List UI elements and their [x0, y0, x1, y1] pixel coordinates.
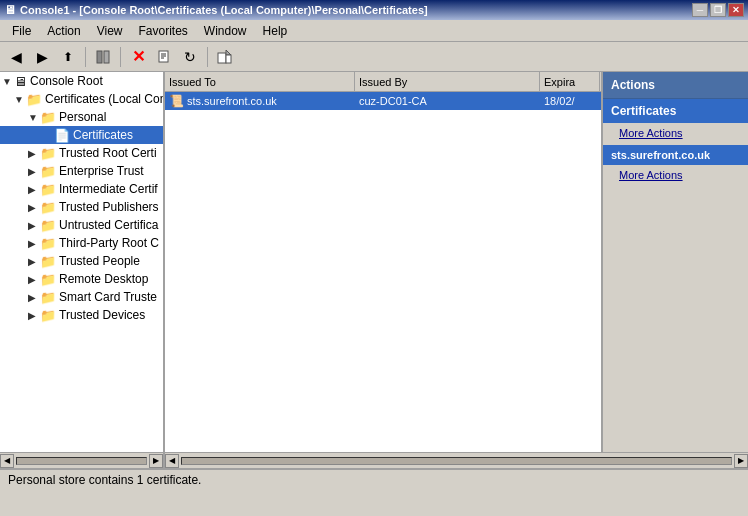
tree-label: Intermediate Certif: [59, 182, 158, 196]
delete-button[interactable]: ✕: [126, 46, 150, 68]
tree-item-third-party[interactable]: ▶ 📁 Third-Party Root C: [0, 234, 163, 252]
list-body: 📜 sts.surefront.co.uk cuz-DC01-CA 18/02/: [165, 92, 601, 452]
more-actions-certificates[interactable]: More Actions: [603, 123, 748, 143]
menu-action[interactable]: Action: [39, 22, 88, 40]
expand-icon: ▶: [28, 148, 40, 159]
tree-item-personal[interactable]: ▼ 📁 Personal: [0, 108, 163, 126]
tree-item-trusted-root[interactable]: ▶ 📁 Trusted Root Certi: [0, 144, 163, 162]
menu-window[interactable]: Window: [196, 22, 255, 40]
tree-item-console-root[interactable]: ▼ 🖥 Console Root: [0, 72, 163, 90]
title-bar: 🖥 Console1 - [Console Root\Certificates …: [0, 0, 748, 20]
menu-bar: File Action View Favorites Window Help: [0, 20, 748, 42]
up-button[interactable]: ⬆: [56, 46, 80, 68]
more-actions-sts[interactable]: More Actions: [603, 165, 748, 185]
cell-issued-by: cuz-DC01-CA: [355, 95, 540, 107]
col-header-issued-by[interactable]: Issued By: [355, 72, 540, 91]
show-hide-button[interactable]: [91, 46, 115, 68]
export-icon: [217, 49, 233, 65]
tree-label: Certificates: [73, 128, 133, 142]
menu-help[interactable]: Help: [255, 22, 296, 40]
status-bar: Personal store contains 1 certificate.: [0, 468, 748, 490]
tree-label: Trusted People: [59, 254, 140, 268]
tree-label: Console Root: [30, 74, 103, 88]
folder-icon: 📁: [26, 92, 42, 107]
menu-view[interactable]: View: [89, 22, 131, 40]
col-header-issued-to-label: Issued To: [169, 76, 216, 88]
tree-item-smart-card[interactable]: ▶ 📁 Smart Card Truste: [0, 288, 163, 306]
tree-label: Third-Party Root C: [59, 236, 159, 250]
folder-icon: 📁: [40, 290, 56, 305]
folder-icon: 📁: [40, 182, 56, 197]
toolbar: ◀ ▶ ⬆ ✕ ↻: [0, 42, 748, 72]
back-button[interactable]: ◀: [4, 46, 28, 68]
folder-icon: 📁: [40, 272, 56, 287]
tree-label: Trusted Devices: [59, 308, 145, 322]
tree-item-remote-desktop[interactable]: ▶ 📁 Remote Desktop: [0, 270, 163, 288]
separator1: [85, 47, 86, 67]
folder-icon: 📁: [40, 218, 56, 233]
scroll-right-button2[interactable]: ▶: [734, 454, 748, 468]
restore-button[interactable]: ❐: [710, 3, 726, 17]
tree-label: Personal: [59, 110, 106, 124]
tree-item-trusted-devices[interactable]: ▶ 📁 Trusted Devices: [0, 306, 163, 324]
folder-icon: 📁: [40, 254, 56, 269]
tree-label: Trusted Root Certi: [59, 146, 157, 160]
col-header-issued-to[interactable]: Issued To: [165, 72, 355, 91]
action-section-certificates[interactable]: Certificates: [603, 99, 748, 123]
minimize-button[interactable]: ─: [692, 3, 708, 17]
svg-rect-0: [97, 51, 102, 63]
separator2: [120, 47, 121, 67]
col-header-expires[interactable]: Expira: [540, 72, 600, 91]
scroll-track2[interactable]: [181, 457, 732, 465]
scrollbar-area: ◀ ▶ ◀ ▶: [0, 452, 748, 468]
app-icon: 🖥: [4, 3, 16, 17]
tree-panel: ▼ 🖥 Console Root ▼ 📁 Certificates (Local…: [0, 72, 165, 452]
tree-item-trusted-publishers[interactable]: ▶ 📁 Trusted Publishers: [0, 198, 163, 216]
table-row[interactable]: 📜 sts.surefront.co.uk cuz-DC01-CA 18/02/: [165, 92, 601, 110]
properties-icon: [157, 50, 171, 64]
scroll-left-button2[interactable]: ◀: [165, 454, 179, 468]
svg-rect-1: [104, 51, 109, 63]
window-controls: ─ ❐ ✕: [692, 3, 744, 17]
col-header-issued-by-label: Issued By: [359, 76, 407, 88]
scroll-left-button[interactable]: ◀: [0, 454, 14, 468]
expand-icon: ▼: [28, 112, 40, 123]
expand-icon: ▶: [28, 310, 40, 321]
tree-scrollbar: ◀ ▶: [0, 453, 165, 468]
expand-icon: ▶: [28, 292, 40, 303]
scroll-right-button[interactable]: ▶: [149, 454, 163, 468]
tree-label: Remote Desktop: [59, 272, 148, 286]
close-button[interactable]: ✕: [728, 3, 744, 17]
folder-icon: 📄: [54, 128, 70, 143]
actions-panel-header: Actions: [603, 72, 748, 99]
folder-icon: 📁: [40, 308, 56, 323]
cert-icon: 📜: [169, 94, 184, 108]
actions-panel: Actions Certificates More Actions sts.su…: [603, 72, 748, 452]
tree-label: Smart Card Truste: [59, 290, 157, 304]
refresh-button[interactable]: ↻: [178, 46, 202, 68]
tree-item-certificates[interactable]: 📄 Certificates: [0, 126, 163, 144]
menu-file[interactable]: File: [4, 22, 39, 40]
export-button[interactable]: [213, 46, 237, 68]
expand-icon: ▶: [28, 274, 40, 285]
folder-icon: 📁: [40, 200, 56, 215]
tree-item-enterprise-trust[interactable]: ▶ 📁 Enterprise Trust: [0, 162, 163, 180]
tree-item-intermediate[interactable]: ▶ 📁 Intermediate Certif: [0, 180, 163, 198]
properties-button[interactable]: [152, 46, 176, 68]
menu-favorites[interactable]: Favorites: [131, 22, 196, 40]
expand-icon: ▶: [28, 166, 40, 177]
forward-button[interactable]: ▶: [30, 46, 54, 68]
tree-item-certs-local[interactable]: ▼ 📁 Certificates (Local Com: [0, 90, 163, 108]
action-section-sts[interactable]: sts.surefront.co.uk: [603, 145, 748, 165]
tree-label: Untrusted Certifica: [59, 218, 158, 232]
tree-label: Certificates (Local Com: [45, 92, 163, 106]
scroll-track[interactable]: [16, 457, 147, 465]
content-scrollbar: ◀ ▶: [165, 453, 748, 468]
tree-item-untrusted[interactable]: ▶ 📁 Untrusted Certifica: [0, 216, 163, 234]
tree-item-trusted-people[interactable]: ▶ 📁 Trusted People: [0, 252, 163, 270]
content-panel: Issued To Issued By Expira 📜 sts.surefro…: [165, 72, 603, 452]
folder-icon: 📁: [40, 236, 56, 251]
cell-expires: 18/02/: [540, 95, 600, 107]
folder-icon: 📁: [40, 164, 56, 179]
col-header-expires-label: Expira: [544, 76, 575, 88]
